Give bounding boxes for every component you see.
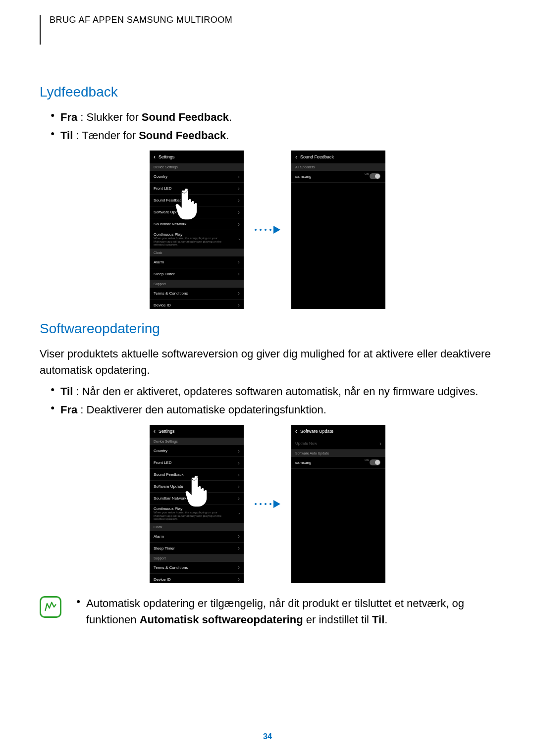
svg-point-4 (269, 229, 271, 231)
phone-title: Software Update (300, 429, 333, 434)
lydfeedback-bullets: Fra : Slukker for Sound Feedback. Til : … (40, 109, 495, 144)
chevron-right-icon: › (238, 459, 240, 466)
chevron-right-icon: › (238, 448, 240, 454)
chevron-right-icon: › (238, 471, 240, 478)
dotted-arrow-icon (254, 225, 281, 235)
row-continuous-play: Continuous Play When you arrive home, th… (150, 504, 244, 523)
chevron-right-icon: › (238, 185, 240, 192)
svg-point-6 (255, 503, 257, 505)
chevron-right-icon: › (238, 270, 240, 277)
phone-title: Settings (159, 154, 175, 159)
row-alarm: Alarm› (150, 256, 244, 268)
phone-settings-2: ‹ Settings Device Settings Country› Fron… (150, 425, 244, 583)
chevron-right-icon: › (238, 564, 240, 571)
row-alarm: Alarm› (150, 531, 244, 543)
back-icon: ‹ (154, 153, 156, 160)
row-frontled: Front LED› (150, 457, 244, 469)
section-software-title: Softwareopdatering (40, 321, 495, 337)
chevron-right-icon: › (238, 290, 240, 297)
header-text: BRUG AF APPEN SAMSUNG MULTIROOM (50, 15, 232, 25)
chevron-right-icon: › (238, 237, 240, 242)
software-bullets: Til : Når den er aktiveret, opdateres so… (40, 383, 495, 418)
software-intro: Viser produktets aktuelle softwareversio… (40, 346, 495, 378)
phone-software-update: ‹ Software Update Update Now› Software A… (291, 425, 385, 583)
support-label: Support (150, 280, 244, 288)
clock-label: Clock (150, 523, 244, 531)
row-softwareupdate: Software Update› (150, 206, 244, 218)
support-label: Support (150, 554, 244, 562)
chevron-right-icon: › (238, 545, 240, 552)
all-speakers-label: All Speakers (291, 163, 385, 171)
phone-header: ‹ Software Update (291, 425, 385, 438)
row-sleeptimer: Sleep Timer› (150, 543, 244, 554)
note-bullets: Automatisk opdatering er tilgængelig, nå… (71, 595, 495, 630)
auto-update-label: Software Auto Update (291, 450, 385, 457)
chevron-right-icon: › (238, 495, 240, 502)
toggle-switch (370, 459, 380, 465)
back-icon: ‹ (295, 153, 297, 160)
screenshot-row-2: ‹ Settings Device Settings Country› Fron… (40, 425, 495, 583)
chevron-right-icon: › (238, 197, 240, 204)
chevron-right-icon: › (238, 511, 240, 516)
row-soundbar: Soundbar Network› (150, 493, 244, 504)
phone-title: Sound Feedback (300, 154, 334, 159)
chevron-right-icon: › (238, 483, 240, 490)
toggle-label: On (365, 172, 369, 175)
phone-header: ‹ Settings (150, 425, 244, 438)
bullet-til: Til : Tænder for Sound Feedback. (51, 127, 495, 144)
phone-header: ‹ Settings (150, 151, 244, 163)
row-frontled: Front LED› (150, 183, 244, 195)
back-icon: ‹ (295, 428, 297, 435)
phone-title: Settings (159, 429, 175, 434)
toggle-label: On (365, 458, 369, 461)
section-lydfeedback-title: Lydfeedback (40, 84, 495, 100)
row-speaker: samsung On (291, 457, 385, 469)
page-header: BRUG AF APPEN SAMSUNG MULTIROOM (40, 15, 495, 45)
row-sleeptimer: Sleep Timer› (150, 268, 244, 280)
chevron-right-icon: › (238, 221, 240, 228)
clock-label: Clock (150, 249, 244, 256)
svg-point-7 (260, 503, 262, 505)
chevron-right-icon: › (379, 440, 381, 447)
chevron-right-icon: › (238, 209, 240, 216)
row-deviceid: Device ID› (150, 300, 244, 309)
chevron-right-icon: › (238, 533, 240, 540)
bullet-fra: Fra : Slukker for Sound Feedback. (51, 109, 495, 125)
phone-settings-1: ‹ Settings Device Settings Country› Fron… (150, 151, 244, 309)
toggle-switch (370, 173, 380, 179)
row-terms: Terms & Conditions› (150, 288, 244, 300)
svg-point-3 (265, 229, 267, 231)
row-soundfeedback: Sound Feedback› (150, 195, 244, 206)
row-speaker: samsung On (291, 171, 385, 183)
svg-point-2 (260, 229, 262, 231)
row-country: Country› (150, 445, 244, 457)
row-country: Country› (150, 171, 244, 183)
device-settings-label: Device Settings (150, 438, 244, 445)
row-soundfeedback: Sound Feedback› (150, 469, 244, 481)
row-softwareupdate: Software Update› (150, 481, 244, 493)
dotted-arrow-icon (254, 499, 281, 509)
screenshot-row-1: ‹ Settings Device Settings Country› Fron… (40, 151, 495, 309)
chevron-right-icon: › (238, 258, 240, 265)
row-terms: Terms & Conditions› (150, 562, 244, 574)
bullet-fra-sw: Fra : Deaktiverer den automatiske opdate… (51, 402, 495, 418)
note-block: Automatisk opdatering er tilgængelig, nå… (40, 595, 495, 630)
bullet-til-sw: Til : Når den er aktiveret, opdateres so… (51, 383, 495, 400)
svg-point-1 (255, 229, 257, 231)
main-content: Lydfeedback Fra : Slukker for Sound Feed… (40, 84, 495, 630)
device-settings-label: Device Settings (150, 163, 244, 171)
back-icon: ‹ (154, 428, 156, 435)
page-number: 34 (0, 732, 535, 741)
row-continuous-play: Continuous Play When you arrive home, th… (150, 230, 244, 249)
chevron-right-icon: › (238, 302, 240, 308)
svg-point-9 (269, 503, 271, 505)
row-update-now: Update Now› (291, 438, 385, 450)
phone-sound-feedback: ‹ Sound Feedback All Speakers samsung On (291, 151, 385, 309)
svg-point-8 (265, 503, 267, 505)
phone-header: ‹ Sound Feedback (291, 151, 385, 163)
chevron-right-icon: › (238, 576, 240, 583)
chevron-right-icon: › (238, 173, 240, 180)
row-deviceid: Device ID› (150, 574, 244, 583)
row-soundbar: Soundbar Network› (150, 218, 244, 230)
note-icon (40, 596, 61, 618)
